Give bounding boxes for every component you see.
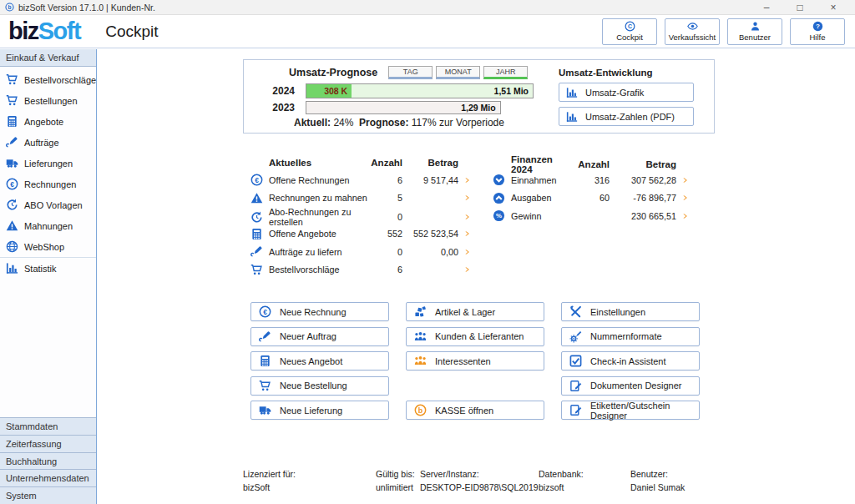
tab-label: TAG	[403, 68, 418, 76]
footer-value: unlimitiert	[376, 482, 415, 492]
sidebar-item[interactable]: Aufträge	[0, 132, 96, 153]
footer-label: Gültig bis:	[376, 469, 415, 479]
quick-button[interactable]: Neue Lieferung	[250, 401, 389, 420]
chevron-right-icon[interactable]	[676, 211, 688, 221]
sidebar-item[interactable]: € Rechnungen	[0, 174, 96, 194]
sidebar-section[interactable]: Zeiterfassung	[0, 435, 96, 452]
minimize-button[interactable]: –	[750, 2, 783, 13]
help-icon: ?	[812, 21, 823, 32]
footer-label: Lizenziert für:	[243, 469, 296, 479]
button-label: Neue Rechnung	[280, 307, 347, 317]
sidebar-item[interactable]: Mahnungen	[0, 215, 96, 236]
sidebar-section[interactable]: System	[0, 486, 96, 504]
row-anzahl: 552	[369, 229, 402, 239]
forecast-period-tab[interactable]: TAG	[388, 66, 433, 79]
quick-button[interactable]: Neuer Auftrag	[250, 327, 389, 346]
logo-biz: biz	[8, 18, 38, 44]
footer-value: Daniel Sumak	[630, 482, 685, 492]
quick-button[interactable]: € Neue Rechnung	[250, 302, 389, 321]
sidebar-item-label: Mahnungen	[24, 221, 73, 231]
prognose-suffix: zur Vorperiode	[439, 117, 504, 129]
quick-button[interactable]: Nummernformate	[561, 327, 700, 346]
header-button-label: Cockpit	[616, 33, 643, 42]
finanzen-header-row: Finanzen 2024 Anzahl Betrag	[493, 154, 695, 171]
header-button[interactable]: ? Hilfe	[790, 18, 845, 45]
chevron-right-icon[interactable]	[458, 193, 470, 203]
finanzen-row[interactable]: % Gewinn 230 665,51	[493, 207, 695, 225]
aktuelles-row[interactable]: Rechnungen zu mahnen 5	[250, 189, 477, 208]
aktuell-value: 24%	[333, 117, 353, 129]
quick-button[interactable]: Interessenten	[406, 351, 544, 370]
aktuelles-row[interactable]: € Offene Rechnungen 6 9 517,44	[250, 171, 477, 189]
sidebar-section[interactable]: Stammdaten	[0, 417, 96, 435]
quick-button[interactable]: Check-in Assistent	[561, 351, 700, 370]
sidebar-item[interactable]: Lieferungen	[0, 153, 96, 174]
aktuelles-header-row: Aktuelles Anzahl Betrag	[250, 154, 477, 171]
anzahl-header: Anzahl	[369, 158, 402, 168]
chevron-right-icon[interactable]	[676, 193, 688, 203]
header-button[interactable]: C Cockpit	[602, 18, 657, 45]
bar-year-label: 2023	[261, 102, 295, 113]
quick-button[interactable]: Artikel & Lager	[406, 302, 544, 321]
sidebar-item[interactable]: ABO Vorlagen	[0, 194, 96, 215]
quick-button[interactable]: Neue Bestellung	[250, 376, 389, 396]
forecast-period-tab[interactable]: JAHR	[483, 66, 528, 79]
chevron-right-icon[interactable]	[458, 175, 470, 185]
quick-button[interactable]: Einstellungen	[561, 302, 700, 321]
sidebar-item[interactable]: WebShop	[0, 236, 96, 257]
page-title: Cockpit	[105, 23, 158, 41]
quick-buttons-column-3: Einstellungen Nummernformate Check-in As…	[561, 302, 700, 420]
header-button[interactable]: Verkaufssicht	[665, 18, 720, 45]
copyright-icon: C	[625, 21, 635, 32]
header-button-label: Hilfe	[809, 33, 825, 42]
quick-button[interactable]: Neues Angebot	[250, 351, 389, 370]
sidebar-item[interactable]: Bestellungen	[0, 90, 96, 111]
chevron-right-icon[interactable]	[458, 212, 470, 222]
refresh-icon	[250, 211, 263, 224]
calculator-icon	[6, 115, 18, 128]
cart-icon	[6, 73, 18, 86]
button-label: Neues Angebot	[280, 356, 342, 366]
chevron-right-icon[interactable]	[676, 175, 688, 185]
sidebar-section-label: Buchhaltung	[6, 456, 57, 466]
percent-circle-icon: %	[493, 209, 505, 222]
button-label: Check-in Assistent	[590, 356, 665, 366]
sidebar-section-einkauf-verkauf[interactable]: Einkauf & Verkauf	[0, 49, 96, 67]
chevron-right-icon[interactable]	[458, 229, 470, 239]
sidebar-item[interactable]: Statistik	[0, 257, 96, 279]
umsatz-entwicklung-button[interactable]: Umsatz-Zahlen (PDF)	[559, 107, 694, 126]
prognose-label: Prognose:	[359, 117, 408, 129]
quick-button[interactable]: Dokumenten Designer	[561, 376, 700, 396]
aktuelles-row[interactable]: Bestellvorschläge 6	[250, 261, 477, 280]
finanzen-row[interactable]: Ausgaben 60 -76 896,77	[493, 189, 695, 208]
aktuelles-row[interactable]: Aufträge zu liefern 0 0,00	[250, 243, 477, 261]
footer-label: Datenbank:	[539, 469, 584, 479]
finanzen-table: Finanzen 2024 Anzahl Betrag Einnahmen 31…	[493, 154, 695, 225]
sidebar-item[interactable]: Bestellvorschläge	[0, 69, 96, 90]
quick-button[interactable]: Etiketten/Gutschein Designer	[561, 401, 700, 420]
button-label: Einstellungen	[590, 307, 645, 317]
sidebar-section[interactable]: Unternehmensdaten	[0, 469, 96, 486]
chevron-right-icon[interactable]	[458, 265, 470, 275]
aktuelles-row[interactable]: Offene Angebote 552 552 523,54	[250, 225, 477, 244]
warning-icon	[250, 192, 263, 204]
umsatz-entwicklung-button[interactable]: Umsatz-Grafik	[559, 83, 694, 102]
bar-total-value: 1,29 Mio	[461, 103, 495, 113]
aktuelles-row[interactable]: Abo-Rechnungen zu erstellen 0	[250, 207, 477, 225]
forecast-period-tab[interactable]: MONAT	[436, 66, 480, 79]
quick-button[interactable]: b KASSE öffnen	[406, 401, 544, 420]
cart-icon	[259, 380, 271, 392]
maximize-button[interactable]: □	[783, 2, 817, 13]
sidebar-section-label: System	[6, 491, 37, 501]
cart-icon	[250, 264, 263, 276]
row-anzahl: 5	[369, 193, 402, 203]
sidebar-section[interactable]: Buchhaltung	[0, 452, 96, 470]
button-label: Dokumenten Designer	[590, 381, 681, 391]
quick-button[interactable]: Kunden & Lieferanten	[406, 327, 544, 346]
svg-text:b: b	[418, 406, 423, 415]
header-button[interactable]: Benutzer	[727, 18, 782, 45]
close-button[interactable]: ×	[817, 2, 850, 13]
tools-icon	[569, 305, 582, 318]
chevron-right-icon[interactable]	[458, 247, 470, 257]
sidebar-item[interactable]: Angebote	[0, 111, 96, 132]
